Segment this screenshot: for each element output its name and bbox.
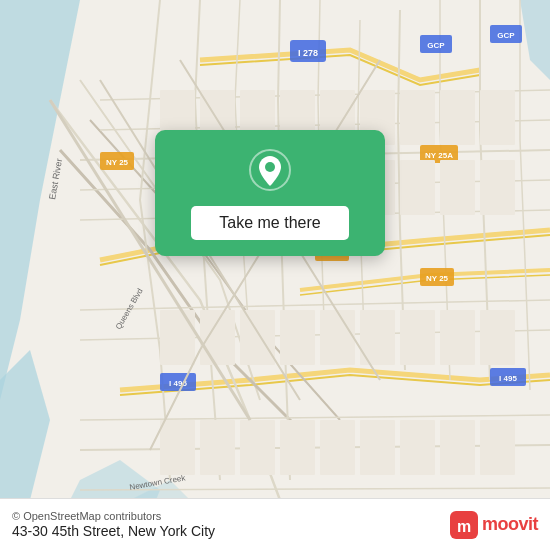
svg-rect-42 xyxy=(240,310,275,365)
svg-rect-52 xyxy=(280,420,315,475)
svg-rect-57 xyxy=(480,420,515,475)
svg-rect-49 xyxy=(160,420,195,475)
svg-rect-40 xyxy=(160,310,195,365)
svg-text:NY 25: NY 25 xyxy=(106,158,129,167)
map-attribution: © OpenStreetMap contributors xyxy=(12,510,215,522)
location-pin-icon xyxy=(248,148,292,192)
svg-text:NY 25A: NY 25A xyxy=(425,151,453,160)
location-card: Take me there xyxy=(155,130,385,256)
map-container: I 278 GCP GCP NY 25 NY 25A NY 25 NY 25 I… xyxy=(0,0,550,550)
svg-text:GCP: GCP xyxy=(427,41,445,50)
svg-point-59 xyxy=(265,162,275,172)
moovit-m-icon: m xyxy=(450,511,478,539)
svg-rect-29 xyxy=(440,90,475,145)
svg-rect-48 xyxy=(480,310,515,365)
svg-text:I 278: I 278 xyxy=(298,48,318,58)
svg-rect-43 xyxy=(280,310,315,365)
svg-rect-46 xyxy=(400,310,435,365)
bottom-bar: © OpenStreetMap contributors 43-30 45th … xyxy=(0,498,550,550)
svg-text:m: m xyxy=(457,518,471,535)
svg-rect-28 xyxy=(400,90,435,145)
moovit-wordmark: moovit xyxy=(482,514,538,535)
svg-text:NY 25: NY 25 xyxy=(426,274,449,283)
svg-rect-50 xyxy=(200,420,235,475)
svg-text:GCP: GCP xyxy=(497,31,515,40)
svg-rect-56 xyxy=(440,420,475,475)
svg-rect-41 xyxy=(200,310,235,365)
map-background: I 278 GCP GCP NY 25 NY 25A NY 25 NY 25 I… xyxy=(0,0,550,550)
svg-text:I 495: I 495 xyxy=(499,374,517,383)
svg-rect-53 xyxy=(320,420,355,475)
svg-rect-37 xyxy=(400,160,435,215)
address-label: 43-30 45th Street, New York City xyxy=(12,523,215,539)
take-me-there-button[interactable]: Take me there xyxy=(191,206,348,240)
svg-rect-44 xyxy=(320,310,355,365)
svg-rect-55 xyxy=(400,420,435,475)
svg-rect-39 xyxy=(480,160,515,215)
svg-rect-30 xyxy=(480,90,515,145)
moovit-logo: m moovit xyxy=(450,511,538,539)
svg-rect-38 xyxy=(440,160,475,215)
svg-rect-47 xyxy=(440,310,475,365)
svg-rect-54 xyxy=(360,420,395,475)
svg-rect-51 xyxy=(240,420,275,475)
